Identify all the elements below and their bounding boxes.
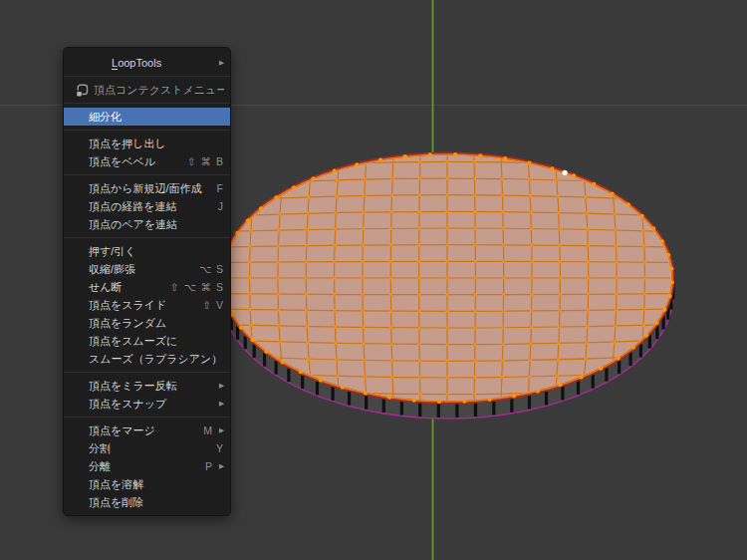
menu-item-label: スムーズ（ラプラシアン）	[89, 350, 224, 368]
menu-item-new-edge-face-from-vertices[interactable]: 頂点から新規辺/面作成F	[64, 179, 230, 197]
submenu-arrow-icon: ▶	[215, 457, 224, 475]
menu-item-shortcut: F	[217, 179, 224, 197]
separator-line	[64, 417, 230, 418]
menu-item-mirror-vertices[interactable]: 頂点をミラー反転▶	[64, 377, 230, 395]
menu-separator	[64, 170, 230, 179]
submenu-arrow-icon: ▶	[215, 421, 224, 439]
menu-item-slide-vertices[interactable]: 頂点をスライド⇧ V	[64, 296, 230, 314]
menu-item-shortcut: ⇧ V	[202, 296, 224, 314]
separator-line	[64, 372, 230, 373]
separator-line	[64, 76, 230, 77]
menu-item-label: 押す/引く	[89, 242, 224, 260]
menu-item-label: 収縮/膨張	[89, 260, 193, 278]
menu-item-shortcut: ⌥ S	[199, 260, 224, 278]
menu-item-extrude-vertices[interactable]: 頂点を押し出し	[64, 135, 230, 152]
menu-item-label: 頂点を押し出し	[89, 135, 224, 152]
menu-item-shortcut: ⇧ ⌥ ⌘ S	[170, 278, 224, 296]
menu-item-push-pull[interactable]: 押す/引く	[64, 242, 230, 260]
menu-item-dissolve-vertices[interactable]: 頂点を溶解	[64, 475, 230, 493]
separator-line	[64, 130, 230, 131]
menu-item-laplacian-smooth[interactable]: スムーズ（ラプラシアン）	[64, 350, 230, 368]
menu-item-label: 頂点をマージ	[89, 421, 197, 439]
submenu-arrow-icon: ▶	[215, 377, 224, 395]
menu-item-label: 頂点のペアを連結	[89, 215, 224, 233]
menu-item-label: 頂点から新規辺/面作成	[89, 179, 211, 197]
menu-item-label: せん断	[89, 278, 164, 296]
menu-separator	[64, 413, 230, 421]
vertex-context-menu: LoopTools▶頂点コンテクストメニュー細分化頂点を押し出し頂点をベベル⇧ …	[63, 47, 231, 516]
menu-item-label: 頂点をスライド	[89, 296, 196, 314]
menu-item-label: 頂点をミラー反転	[89, 377, 213, 395]
active-vertex[interactable]	[562, 170, 567, 175]
menu-item-subdivide[interactable]: 細分化	[64, 108, 230, 126]
separator-line	[64, 103, 230, 104]
menu-item-shortcut: Y	[216, 439, 224, 457]
menu-item-delete-vertices[interactable]: 頂点を削除	[64, 493, 230, 511]
menu-item-shortcut: M	[203, 421, 213, 439]
menu-item-connect-vertex-path[interactable]: 頂点の経路を連結J	[64, 197, 230, 215]
menu-item-label: 頂点をランダム	[89, 314, 224, 332]
menu-item-label: 頂点をスムーズに	[89, 332, 224, 350]
menu-item-looptools[interactable]: LoopTools▶	[64, 54, 230, 72]
menu-item-label: 分離	[89, 457, 199, 475]
menu-separator	[64, 368, 230, 377]
blender-window: LoopTools▶頂点コンテクストメニュー細分化頂点を押し出し頂点をベベル⇧ …	[0, 0, 747, 560]
menu-separator	[64, 126, 230, 135]
vertex-context-menu-header: 頂点コンテクストメニュー	[64, 81, 230, 99]
menu-item-shortcut: P	[205, 457, 213, 475]
accelerator-letter: L	[112, 57, 118, 70]
vertex-context-menu-icon	[76, 84, 89, 97]
separator-line	[64, 174, 230, 175]
menu-item-smooth-vertices[interactable]: 頂点をスムーズに	[64, 332, 230, 350]
menu-item-separate[interactable]: 分離P▶	[64, 457, 230, 475]
menu-item-randomize-vertices[interactable]: 頂点をランダム	[64, 314, 230, 332]
submenu-arrow-icon: ▶	[215, 54, 224, 72]
menu-item-connect-vertex-pairs[interactable]: 頂点のペアを連結	[64, 215, 230, 233]
menu-item-split[interactable]: 分割Y	[64, 439, 230, 457]
menu-item-label: 頂点をスナップ	[89, 395, 213, 413]
menu-item-label: 頂点コンテクストメニュー	[94, 81, 224, 99]
menu-item-label: LoopTools	[112, 54, 213, 72]
menu-item-label: 分割	[89, 439, 210, 457]
menu-item-snap-vertices[interactable]: 頂点をスナップ▶	[64, 395, 230, 413]
menu-item-merge-vertices[interactable]: 頂点をマージM▶	[64, 421, 230, 439]
menu-separator	[64, 233, 230, 242]
menu-item-label: 頂点をベベル	[89, 152, 181, 170]
menu-item-label: 細分化	[89, 108, 224, 126]
menu-item-shrink-fatten[interactable]: 収縮/膨張⌥ S	[64, 260, 230, 278]
menu-separator	[64, 72, 230, 81]
menu-item-label: 頂点を削除	[89, 493, 224, 511]
separator-line	[64, 237, 230, 238]
menu-item-shortcut: ⇧ ⌘ B	[187, 152, 224, 170]
menu-item-label: 頂点の経路を連結	[89, 197, 212, 215]
menu-item-shortcut: J	[218, 197, 224, 215]
menu-item-shear[interactable]: せん断⇧ ⌥ ⌘ S	[64, 278, 230, 296]
menu-separator	[64, 99, 230, 108]
submenu-arrow-icon: ▶	[215, 395, 224, 413]
menu-item-label: 頂点を溶解	[89, 475, 224, 493]
menu-item-bevel-vertices[interactable]: 頂点をベベル⇧ ⌘ B	[64, 152, 230, 170]
